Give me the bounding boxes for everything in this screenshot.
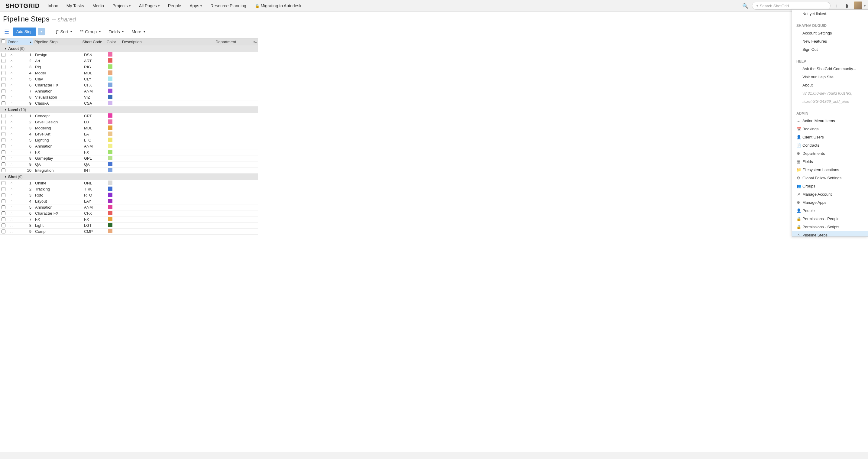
add-step-button[interactable]: Add Step — [13, 28, 36, 36]
drag-handle-icon[interactable]: ⛬ — [7, 193, 16, 197]
drag-handle-icon[interactable]: ⛬ — [7, 169, 16, 173]
table-row[interactable]: ⛬2TrackingTRK — [0, 186, 258, 192]
row-checkbox[interactable] — [1, 89, 5, 93]
drag-handle-icon[interactable]: ⛬ — [7, 150, 16, 154]
menu-item[interactable]: Account Settings — [792, 29, 868, 37]
row-checkbox[interactable] — [1, 77, 5, 81]
table-row[interactable]: ⛬4Level ArtLA — [0, 131, 258, 137]
row-checkbox[interactable] — [1, 126, 5, 130]
group-row[interactable]: ▾Asset (9) — [0, 45, 258, 52]
row-checkbox[interactable] — [1, 53, 5, 57]
table-row[interactable]: ⛬1OnlineONL — [0, 180, 258, 186]
menu-item[interactable]: About — [792, 81, 868, 89]
drag-handle-icon[interactable]: ⛬ — [7, 59, 16, 63]
global-search-input[interactable] — [760, 4, 827, 8]
table-row[interactable]: ⛬3RotoRTO — [0, 192, 258, 198]
col-step[interactable]: Pipeline Step — [33, 40, 81, 44]
global-search[interactable]: ▾ — [752, 2, 831, 10]
table-row[interactable]: ⛬7FXFX — [0, 149, 258, 155]
admin-menu-item[interactable]: ⛬Pipeline Steps — [792, 231, 868, 235]
row-checkbox[interactable] — [1, 230, 5, 234]
drag-handle-icon[interactable]: ⛬ — [7, 65, 16, 69]
row-checkbox[interactable] — [1, 205, 5, 209]
drag-handle-icon[interactable]: ⛬ — [7, 114, 16, 118]
drag-handle-icon[interactable]: ⛬ — [7, 217, 16, 222]
row-checkbox[interactable] — [1, 217, 5, 221]
admin-menu-item[interactable]: ⚙Departments — [792, 149, 868, 157]
row-checkbox[interactable] — [1, 156, 5, 160]
more-button[interactable]: More▾ — [128, 28, 148, 35]
table-row[interactable]: ⛬5LightingLTG — [0, 137, 258, 143]
drag-handle-icon[interactable]: ⛬ — [7, 156, 16, 160]
nav-migrating[interactable]: 🔒Migrating to Autodesk — [251, 0, 305, 11]
drag-handle-icon[interactable]: ⛬ — [7, 144, 16, 149]
table-row[interactable]: ⛬6Character FXCFX — [0, 82, 258, 88]
admin-menu-item[interactable]: 👤People — [792, 207, 868, 215]
col-dept[interactable]: Department — [214, 40, 252, 44]
drag-handle-icon[interactable]: ⛬ — [7, 223, 16, 228]
row-checkbox[interactable] — [1, 187, 5, 191]
col-desc[interactable]: Description — [121, 40, 214, 44]
drag-handle-icon[interactable]: ⛬ — [7, 187, 16, 191]
search-icon[interactable]: 🔍 — [740, 3, 751, 9]
group-row[interactable]: ▾Shot (9) — [0, 174, 258, 180]
row-checkbox[interactable] — [1, 169, 5, 172]
drag-handle-icon[interactable]: ⛬ — [7, 101, 16, 105]
admin-menu-item[interactable]: ▦Fields — [792, 157, 868, 166]
col-order[interactable]: Order▴ — [7, 38, 33, 45]
drag-handle-icon[interactable]: ⛬ — [7, 77, 16, 81]
drag-handle-icon[interactable]: ⛬ — [7, 162, 16, 166]
table-row[interactable]: ⛬3ModelingMDL — [0, 125, 258, 131]
table-row[interactable]: ⛬9QAQA — [0, 161, 258, 167]
admin-menu-item[interactable]: 📁Filesystem Locations — [792, 166, 868, 174]
menu-item[interactable]: Visit our Help Site... — [792, 73, 868, 81]
admin-menu-item[interactable]: 📄Contracts — [792, 141, 868, 149]
table-row[interactable]: ⛬6AnimationANM — [0, 143, 258, 149]
table-row[interactable]: ⛬8VisualizationVIZ — [0, 94, 258, 100]
table-row[interactable]: ⛬10IntegrationINT — [0, 167, 258, 174]
table-row[interactable]: ⛬7FXFX — [0, 216, 258, 222]
table-row[interactable]: ⛬2ArtART — [0, 58, 258, 64]
row-checkbox[interactable] — [1, 193, 5, 197]
drag-handle-icon[interactable]: ⛬ — [7, 199, 16, 204]
drag-handle-icon[interactable]: ⛬ — [7, 120, 16, 124]
table-row[interactable]: ⛬8LightLGT — [0, 222, 258, 228]
table-row[interactable]: ⛬9CompCMP — [0, 228, 258, 235]
nav-my-tasks[interactable]: My Tasks — [63, 0, 88, 11]
row-checkbox[interactable] — [1, 101, 5, 105]
table-row[interactable]: ⛬6Character FXCFX — [0, 210, 258, 216]
link-shotgrid-id[interactable]: Not yet linked. — [792, 10, 868, 18]
header-checkbox[interactable] — [0, 39, 7, 44]
add-column-icon[interactable]: ▪₊ — [252, 40, 258, 44]
group-row[interactable]: ▾Level (10) — [0, 106, 258, 113]
drag-handle-icon[interactable]: ⛬ — [7, 205, 16, 210]
row-checkbox[interactable] — [1, 138, 5, 142]
avatar[interactable] — [854, 1, 862, 10]
row-checkbox[interactable] — [1, 59, 5, 63]
admin-menu-item[interactable]: ⚙Global Follow Settings — [792, 174, 868, 182]
admin-menu-item[interactable]: ➚Manage Account — [792, 190, 868, 198]
drag-handle-icon[interactable]: ⛬ — [7, 132, 16, 136]
drag-handle-icon[interactable]: ⛬ — [7, 181, 16, 185]
admin-menu-item[interactable]: 👤Client Users — [792, 133, 868, 141]
admin-menu-item[interactable]: 🔒Permissions - People — [792, 215, 868, 223]
row-checkbox[interactable] — [1, 150, 5, 154]
table-row[interactable]: ⛬3RigRIG — [0, 64, 258, 70]
drag-handle-icon[interactable]: ⛬ — [7, 138, 16, 143]
nav-inbox[interactable]: Inbox — [44, 0, 62, 11]
row-checkbox[interactable] — [1, 223, 5, 227]
drag-handle-icon[interactable]: ⛬ — [7, 53, 16, 57]
table-row[interactable]: ⛬5AnimationANM — [0, 205, 258, 210]
table-row[interactable]: ⛬1DesignDSN — [0, 52, 258, 58]
collapse-icon[interactable]: ▾ — [5, 47, 6, 50]
nav-media[interactable]: Media — [89, 0, 107, 11]
menu-item[interactable]: Sign Out — [792, 45, 868, 54]
drag-handle-icon[interactable]: ⛬ — [7, 126, 16, 130]
table-row[interactable]: ⛬4ModelMDL — [0, 70, 258, 76]
row-checkbox[interactable] — [1, 211, 5, 215]
fields-button[interactable]: Fields▾ — [105, 28, 127, 35]
row-checkbox[interactable] — [1, 71, 5, 75]
sort-button[interactable]: ⮃Sort▾ — [52, 28, 75, 35]
admin-menu-item[interactable]: 📅Bookings — [792, 125, 868, 133]
collapse-icon[interactable]: ▾ — [5, 108, 6, 111]
